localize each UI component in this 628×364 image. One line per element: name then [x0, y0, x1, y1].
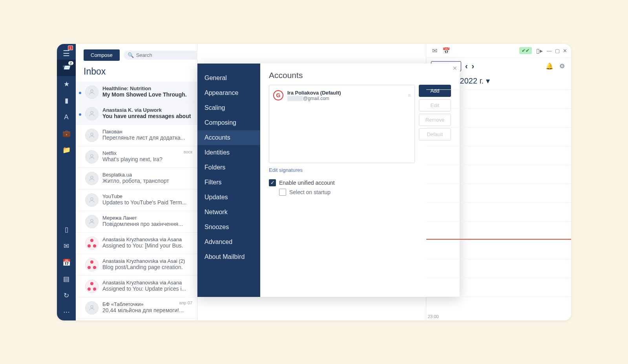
mail-subject: Assigned to You: [Mind your Bus. [102, 242, 192, 249]
mail-item[interactable]: Anastasia K. via UpworkYou have unread m… [76, 103, 197, 125]
avatar [85, 86, 99, 99]
mail-toggle-icon[interactable]: ✉ [430, 47, 439, 55]
avatar [85, 129, 99, 142]
panel-icon[interactable]: ▯▸ [535, 47, 544, 55]
drag-handle-icon[interactable]: ≡ [408, 93, 411, 98]
settings-nav-item[interactable]: Advanced [197, 235, 260, 249]
settings-nav-item[interactable]: Filters [197, 175, 260, 190]
mail-sender: Anastasia K. via Upwork [102, 107, 192, 113]
svg-point-5 [91, 198, 93, 200]
mail-sender: Anastasia Kryzhanovska via Asana [102, 280, 192, 286]
mail-item[interactable]: Anastasia Kryzhanovska via AsanaAssigned… [76, 233, 197, 254]
settings-nav-item[interactable]: About Mailbird [197, 249, 260, 264]
mail-subject: 20,44 мільйона для перемоги!... [102, 307, 192, 313]
settings-nav-item[interactable]: General [197, 71, 260, 86]
select-startup-label: Select on startup [289, 189, 330, 195]
doc-icon[interactable]: ▯ [57, 222, 76, 238]
settings-nav-item[interactable]: Accounts [197, 130, 260, 145]
mail-sender: YouTube [102, 193, 192, 199]
edit-signatures-link[interactable]: Edit signatures [269, 167, 451, 173]
mail-item[interactable]: Anastasia Kryzhanovska via AsanaAssigned… [76, 276, 197, 297]
font-icon[interactable]: A [57, 109, 76, 126]
mail-subject: Assigned to You: Update prices i... [102, 286, 192, 292]
settings-nav-item[interactable]: Network [197, 205, 260, 220]
mail-item[interactable]: БФ «Таблеточки»20,44 мільйона для перемо… [76, 297, 197, 319]
mail-item[interactable]: YouTubeUpdates to YouTube's Paid Term... [76, 189, 197, 211]
mail-sender: Пакован [102, 129, 192, 135]
settings-nav-item[interactable]: Folders [197, 160, 260, 175]
account-list: G Ira Poliakova (Default) xxxxxx@gmail.c… [269, 85, 415, 163]
svg-point-7 [91, 306, 93, 308]
mail-icon[interactable]: ✉ [57, 238, 76, 255]
search-icon: 🔍 [128, 52, 134, 58]
settings-title: Accounts [269, 71, 451, 80]
svg-point-0 [91, 90, 93, 92]
mail-item[interactable]: Мережа ЛанетПовідомлення про закінчення.… [76, 211, 197, 233]
mail-item[interactable]: Besplatka.uaЖитло, робота, транспорт [76, 168, 197, 189]
enable-unified-row[interactable]: ✓ Enable unified account [269, 179, 451, 186]
mail-subject: You have unread messages about [102, 113, 192, 119]
minimize-icon[interactable]: — [547, 48, 552, 54]
account-item[interactable]: G Ira Poliakova (Default) xxxxxx@gmail.c… [272, 87, 412, 104]
svg-point-2 [91, 133, 93, 135]
mail-sender: Besplatka.ua [102, 172, 192, 178]
menu-button[interactable]: ☰ 1 [63, 46, 70, 60]
calendar-toggle-icon[interactable]: 📅 [442, 47, 451, 55]
mail-item[interactable]: ПакованПерегляньте лист для додатка... [76, 125, 197, 146]
inbox-nav-icon[interactable]: 📨 2 [57, 60, 76, 76]
avatar [85, 172, 99, 185]
prev-arrow-icon[interactable]: ‹ [465, 62, 468, 71]
settings-nav-item[interactable]: Appearance [197, 86, 260, 100]
asana-icon [88, 260, 96, 269]
folder-icon[interactable]: 📁 [57, 142, 76, 158]
next-arrow-icon[interactable]: › [472, 62, 475, 71]
briefcase-icon[interactable]: 💼 [57, 126, 76, 142]
close-window-icon[interactable]: ✕ [563, 48, 567, 54]
svg-point-4 [91, 176, 93, 178]
star-icon[interactable]: ★ [57, 76, 76, 93]
maximize-icon[interactable]: ▢ [555, 48, 560, 54]
mail-item[interactable]: Anastasia Kryzhanovska via Asai (2)Blog … [76, 254, 197, 276]
sidebar: ☰ 1 📨 2 ★ ▮ A 💼 📁 ▯ ✉ 📅 ▤ ↻ ⋯ [57, 44, 76, 320]
checkbox-checked-icon[interactable]: ✓ [269, 179, 276, 186]
account-email: xxxxxx@gmail.com [287, 96, 404, 101]
time-label: 23:00 [428, 314, 439, 319]
refresh-icon[interactable]: ↻ [57, 288, 76, 304]
settings-nav: GeneralAppearanceScalingComposingAccount… [197, 64, 260, 297]
contacts-icon[interactable]: ▤ [57, 271, 76, 288]
svg-point-6 [91, 219, 93, 222]
mail-subject: Житло, робота, транспорт [102, 178, 192, 184]
compose-button[interactable]: Compose [84, 49, 120, 61]
avatar [85, 237, 99, 250]
mail-sender: Мережа Ланет [102, 215, 192, 221]
gear-icon[interactable]: ⚙ [558, 62, 566, 70]
calendar-grid[interactable]: 23:00 [426, 89, 571, 320]
bell-icon[interactable]: 🔔 [545, 62, 554, 70]
calendar-icon[interactable]: 📅 [57, 255, 76, 271]
mail-sender: Anastasia Kryzhanovska via Asai (2) [102, 258, 192, 264]
mail-sender: Anastasia Kryzhanovska via Asana [102, 237, 192, 242]
settings-nav-item[interactable]: Identities [197, 145, 260, 160]
settings-nav-item[interactable]: Snoozes [197, 220, 260, 235]
bookmark-icon[interactable]: ▮ [57, 93, 76, 109]
checkbox-icon[interactable] [279, 189, 286, 196]
more-icon[interactable]: ⋯ [57, 304, 76, 320]
mail-items: Healthline: NutritionMy Mom Showed Love … [76, 82, 197, 320]
menu-badge: 1 [68, 46, 73, 50]
close-button[interactable]: ✕ [450, 63, 460, 73]
calendar-toolbar: ✉ 📅 ✔✔ ▯▸ — ▢ ✕ [426, 44, 571, 58]
mail-subject: Повідомлення про закінчення... [102, 221, 192, 227]
select-startup-row[interactable]: Select on startup [279, 189, 451, 196]
mail-item[interactable]: NetflixWhat's playing next, Ira?воск [76, 146, 197, 168]
mail-sender: Healthline: Nutrition [102, 86, 192, 91]
settings-nav-item[interactable]: Scaling [197, 100, 260, 115]
settings-nav-item[interactable]: Composing [197, 115, 260, 130]
settings-nav-item[interactable]: Updates [197, 190, 260, 205]
svg-point-1 [91, 111, 93, 114]
app-window: ☰ 1 📨 2 ★ ▮ A 💼 📁 ▯ ✉ 📅 ▤ ↻ ⋯ Compose 🔍 … [57, 44, 571, 320]
inbox-count-badge: 2 [68, 61, 73, 65]
search-input[interactable] [136, 52, 202, 58]
asana-icon [88, 282, 96, 291]
mail-item[interactable]: Healthline: NutritionMy Mom Showed Love … [76, 82, 197, 103]
mail-date: апр 07 [179, 300, 192, 305]
